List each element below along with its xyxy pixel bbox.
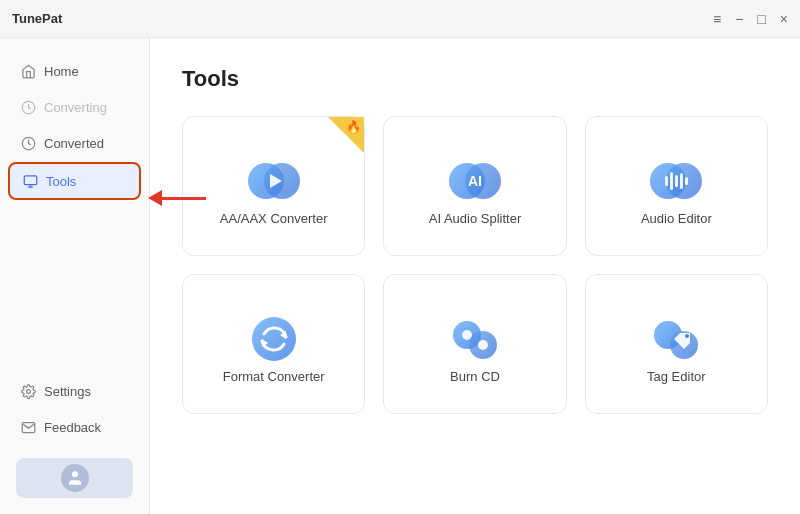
burn-cd-icon	[445, 309, 505, 369]
tool-card-audio-editor[interactable]: Audio Editor	[585, 116, 768, 256]
sidebar: Home Converting Converted Tools	[0, 38, 150, 514]
maximize-button[interactable]: □	[757, 12, 765, 26]
tool-name-aa-aax-converter: AA/AAX Converter	[220, 211, 328, 226]
svg-point-4	[72, 471, 78, 477]
arrow-line	[162, 197, 206, 200]
tool-card-burn-cd[interactable]: Burn CD	[383, 274, 566, 414]
svg-point-3	[26, 389, 30, 393]
settings-icon	[20, 383, 36, 399]
main-content: Tools 🔥	[150, 38, 800, 514]
sidebar-item-tools[interactable]: Tools	[8, 162, 141, 200]
ai-audio-splitter-icon: AI	[445, 151, 505, 211]
sidebar-item-settings[interactable]: Settings	[8, 374, 141, 408]
feedback-icon	[20, 419, 36, 435]
sidebar-nav: Home Converting Converted Tools	[0, 54, 149, 374]
svg-point-24	[478, 340, 488, 350]
tools-grid: 🔥	[182, 116, 768, 414]
aa-aax-converter-icon	[244, 151, 304, 211]
title-bar: TunePat ≡ − □ ×	[0, 0, 800, 38]
tool-name-ai-audio-splitter: AI Audio Splitter	[429, 211, 522, 226]
tool-card-format-converter[interactable]: Format Converter	[182, 274, 365, 414]
sidebar-item-converted-label: Converted	[44, 136, 104, 151]
svg-rect-2	[24, 175, 37, 184]
svg-rect-16	[680, 173, 683, 189]
tool-card-ai-audio-splitter[interactable]: AI AI Audio Splitter	[383, 116, 566, 256]
tool-name-audio-editor: Audio Editor	[641, 211, 712, 226]
svg-point-22	[462, 330, 472, 340]
sidebar-item-feedback[interactable]: Feedback	[8, 410, 141, 444]
sidebar-item-home-label: Home	[44, 64, 79, 79]
converting-icon	[20, 99, 36, 115]
home-icon	[20, 63, 36, 79]
page-title: Tools	[182, 66, 768, 92]
tool-name-format-converter: Format Converter	[223, 369, 325, 384]
arrow-head	[148, 190, 162, 206]
minimize-button[interactable]: −	[735, 12, 743, 26]
tool-name-tag-editor: Tag Editor	[647, 369, 706, 384]
app-body: Home Converting Converted Tools	[0, 38, 800, 514]
sidebar-item-settings-label: Settings	[44, 384, 91, 399]
audio-editor-icon	[646, 151, 706, 211]
user-avatar[interactable]	[16, 458, 133, 498]
tool-card-tag-editor[interactable]: Tag Editor	[585, 274, 768, 414]
arrow-indicator	[148, 190, 206, 206]
tools-icon	[22, 173, 38, 189]
format-converter-icon	[244, 309, 304, 369]
sidebar-item-converting: Converting	[8, 90, 141, 124]
sidebar-item-feedback-label: Feedback	[44, 420, 101, 435]
svg-rect-13	[665, 176, 668, 186]
close-button[interactable]: ×	[780, 12, 788, 26]
svg-text:AI: AI	[468, 173, 482, 189]
sidebar-item-converted[interactable]: Converted	[8, 126, 141, 160]
window-controls: ≡ − □ ×	[713, 12, 788, 26]
svg-rect-17	[685, 177, 688, 185]
sidebar-item-tools-label: Tools	[46, 174, 76, 189]
tool-name-burn-cd: Burn CD	[450, 369, 500, 384]
svg-point-18	[252, 317, 296, 361]
app-title: TunePat	[12, 11, 62, 26]
tag-editor-icon	[646, 309, 706, 369]
badge-icon: 🔥	[346, 120, 361, 134]
avatar-icon	[61, 464, 89, 492]
sidebar-item-home[interactable]: Home	[8, 54, 141, 88]
tool-card-aa-aax-converter[interactable]: 🔥	[182, 116, 365, 256]
corner-badge: 🔥	[328, 117, 364, 153]
svg-rect-15	[675, 175, 678, 187]
converted-icon	[20, 135, 36, 151]
svg-rect-14	[670, 172, 673, 190]
svg-point-27	[685, 334, 689, 338]
sidebar-item-converting-label: Converting	[44, 100, 107, 115]
menu-icon[interactable]: ≡	[713, 12, 721, 26]
sidebar-bottom: Settings Feedback	[0, 374, 149, 498]
